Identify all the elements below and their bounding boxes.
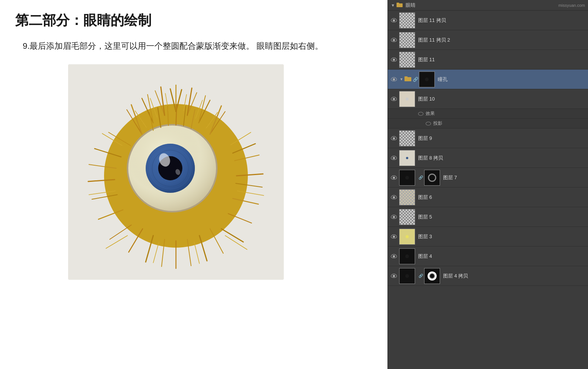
layer-row[interactable]: 图层 11 [388, 50, 588, 70]
layer-thumbnail [399, 209, 415, 225]
visibility-icon[interactable] [390, 36, 398, 44]
eye-shape [391, 215, 397, 219]
visibility-icon[interactable] [390, 253, 398, 260]
eye-shape [391, 175, 397, 180]
layer-thumbnail [399, 32, 415, 48]
layer-name: 图层 11 拷贝 2 [418, 37, 586, 43]
layer-row[interactable]: 图层 8 拷贝 [388, 148, 588, 168]
visibility-icon[interactable] [390, 213, 398, 221]
layer-thumbnail [399, 189, 415, 205]
visibility-icon[interactable] [390, 272, 398, 280]
effect-label: 效果 [426, 110, 435, 117]
layer-thumbnail [399, 268, 415, 284]
visibility-icon[interactable] [390, 154, 398, 162]
layer-row[interactable]: 图层 6 [388, 188, 588, 207]
eye-shape [391, 97, 397, 101]
link-icon: 🔗 [413, 77, 418, 82]
layer-name: 图层 3 [418, 233, 586, 240]
panel-header: ▼ 眼睛 missyuan.com [388, 0, 588, 11]
visibility-icon[interactable] [390, 17, 398, 24]
layer-thumbnail [399, 52, 415, 68]
effect-shadow-row: 投影 [388, 119, 588, 129]
illustration-container [68, 64, 284, 280]
layer-name: 图层 6 [418, 194, 586, 201]
visibility-icon[interactable] [390, 135, 398, 142]
layer-name: 图层 7 [443, 174, 586, 181]
svg-rect-68 [397, 3, 403, 7]
visibility-icon[interactable] [390, 233, 398, 240]
content-area: 第二部分：眼睛的绘制 9.最后添加眉毛部分，这里可以用一个整圆配合蒙版渐变来做。… [0, 0, 387, 369]
eye-shape [391, 234, 397, 239]
layers-list[interactable]: 图层 11 拷贝 图层 11 拷贝 2 图层 11 ▼ [388, 11, 588, 369]
layers-panel: ▼ 眼睛 missyuan.com 图层 11 拷贝 图层 11 拷贝 2 [387, 0, 588, 369]
eye-shape [391, 38, 397, 42]
layer-row[interactable]: 图层 11 拷贝 2 [388, 30, 588, 50]
eye-shape [391, 195, 397, 199]
eye-shape [391, 77, 397, 81]
shadow-label: 投影 [433, 120, 442, 127]
effect-eye-icon [418, 112, 423, 116]
layer-row[interactable]: 🔗 图层 7 [388, 168, 588, 188]
layer-row[interactable]: 图层 5 [388, 207, 588, 227]
layer-thumbnail [419, 71, 435, 87]
layer-name: 图层 11 拷贝 [418, 17, 586, 24]
visibility-icon[interactable] [390, 174, 398, 181]
layer-thumbnail [399, 130, 415, 146]
layer-thumbnail [399, 12, 415, 28]
layer-row[interactable]: 图层 11 拷贝 [388, 11, 588, 30]
svg-rect-70 [404, 77, 411, 81]
eye-shape [391, 57, 397, 62]
layer-name: 图层 9 [418, 135, 586, 142]
svg-rect-71 [404, 76, 408, 78]
layer-name: 图层 11 [418, 56, 586, 63]
layer-row[interactable]: 图层 3 [388, 227, 588, 247]
layer-row[interactable]: 图层 10 [388, 89, 588, 109]
svg-rect-69 [397, 3, 399, 4]
visibility-icon[interactable] [390, 194, 398, 201]
eye-shape [391, 254, 397, 258]
layer-name: 图层 5 [418, 214, 586, 220]
layer-name: 图层 10 [418, 96, 586, 102]
body-text: 9.最后添加眉毛部分，这里可以用一个整圆配合蒙版渐变来做。 眼睛图层如右侧。 [23, 39, 372, 53]
eye-shape [391, 136, 397, 140]
eye-shape [391, 156, 397, 160]
folder-icon-header [397, 2, 403, 9]
layer-thumbnail [399, 170, 415, 186]
eye-shape [391, 18, 397, 22]
main-title: 第二部分：眼睛的绘制 [15, 11, 372, 30]
eye-shape [391, 274, 397, 278]
panel-arrow: ▼ [391, 3, 395, 8]
link-icon: 🔗 [418, 273, 423, 279]
layer-name: 图层 8 拷贝 [418, 155, 586, 161]
layer-row[interactable]: 图层 4 [388, 247, 588, 266]
layer-name: 图层 4 [418, 253, 586, 260]
shadow-eye-icon [426, 122, 431, 126]
panel-meta: missyuan.com [558, 3, 585, 8]
layer-name: 图层 4 拷贝 [443, 273, 586, 279]
layer-thumbnail [399, 248, 415, 264]
panel-title: 眼睛 [406, 2, 415, 9]
layer-name: 瞳孔 [438, 76, 586, 83]
link-icon: 🔗 [418, 175, 423, 180]
effect-row: 效果 [388, 109, 588, 119]
layer-row[interactable]: 图层 9 [388, 129, 588, 148]
collapse-arrow-icon[interactable]: ▼ [399, 77, 404, 82]
layer-group-row[interactable]: ▼ 🔗 瞳孔 [388, 70, 588, 89]
visibility-icon[interactable] [390, 56, 398, 64]
folder-icon [404, 76, 411, 83]
layer-row[interactable]: 🔗 图层 4 拷贝 [388, 266, 588, 286]
visibility-icon[interactable] [390, 76, 398, 83]
visibility-icon[interactable] [390, 95, 398, 103]
